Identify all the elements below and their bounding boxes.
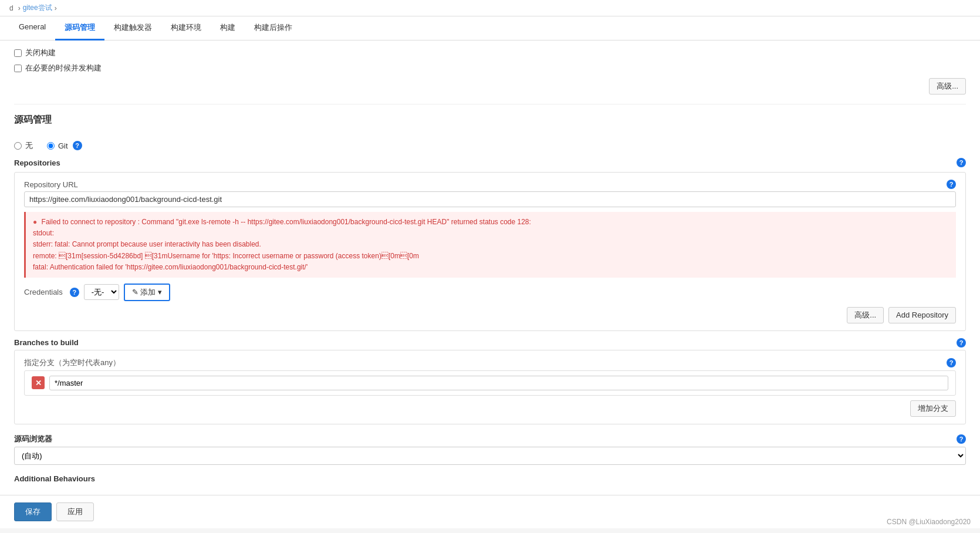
branch-label: 指定分支（为空时代表any） <box>24 357 120 368</box>
branch-field-label-row: 指定分支（为空时代表any） ? <box>24 357 956 368</box>
branches-section: Branches to build ? 指定分支（为空时代表any） ? ✕ 增… <box>14 338 966 424</box>
branch-input[interactable] <box>49 376 948 390</box>
add-credentials-label: ✎ 添加 ▾ <box>132 287 162 298</box>
repositories-label: Repositories <box>14 158 60 167</box>
breadcrumb-sep2: › <box>55 4 57 12</box>
repositories-header: Repositories ? <box>14 158 966 167</box>
advanced-repo-button[interactable]: 高级... <box>847 307 884 323</box>
radio-group-scm: 无 Git ? <box>14 140 966 151</box>
save-button[interactable]: 保存 <box>14 502 52 521</box>
repository-box: Repository URL ? ● Failed to connect to … <box>14 172 966 331</box>
repo-url-field-row: Repository URL ? <box>24 180 956 189</box>
apply-button[interactable]: 应用 <box>56 502 94 521</box>
tab-trigger[interactable]: 构建触发器 <box>104 16 161 41</box>
branch-help-icon[interactable]: ? <box>947 358 956 367</box>
repo-url-input[interactable] <box>24 191 956 207</box>
source-management-title: 源码管理 <box>14 114 966 131</box>
remove-branch-button[interactable]: ✕ <box>32 376 45 389</box>
branches-title: Branches to build <box>14 338 79 347</box>
source-browser-help-icon[interactable]: ? <box>957 434 966 444</box>
credentials-select[interactable]: -无- <box>84 284 119 300</box>
credentials-help-icon[interactable]: ? <box>70 288 79 297</box>
radio-none-input[interactable] <box>14 142 22 150</box>
error-line3: stderr: fatal: Cannot prompt because use… <box>33 240 261 248</box>
error-line4: remote: [31m[session-5d4286bd] [31mUse… <box>33 252 419 260</box>
tab-source[interactable]: 源码管理 <box>55 16 104 41</box>
repo-actions: 高级... Add Repository <box>24 307 956 323</box>
main-content: 关闭构建 在必要的时候并发构建 高级... 源码管理 无 Git ? Repos… <box>0 41 980 495</box>
credentials-label: Credentials <box>24 288 63 296</box>
advanced-button-top[interactable]: 高级... <box>929 78 966 95</box>
source-browser-select[interactable]: (自动) <box>14 447 966 465</box>
radio-git-label: Git <box>58 141 68 150</box>
tab-build[interactable]: 构建 <box>211 16 245 41</box>
checkbox-label-2: 在必要的时候并发构建 <box>25 63 102 73</box>
repositories-help-icon[interactable]: ? <box>957 158 966 167</box>
breadcrumb-item1[interactable]: gitee尝试 <box>23 3 52 13</box>
additional-behaviours-title: Additional Behaviours <box>14 474 966 483</box>
repo-url-label: Repository URL <box>24 180 78 189</box>
checkbox-row-1: 关闭构建 <box>14 48 966 58</box>
breadcrumb-sep1: › <box>18 4 21 12</box>
radio-git: Git ? <box>47 140 82 151</box>
tab-general[interactable]: General <box>9 16 55 41</box>
watermark: CSDN @LiuXiaodong2020 <box>887 518 971 526</box>
checkbox-row-2: 在必要的时候并发构建 <box>14 63 966 73</box>
checkbox-label-1: 关闭构建 <box>25 48 56 58</box>
branch-item: ✕ <box>24 370 956 396</box>
error-line5: fatal: Authentication failed for 'https:… <box>33 263 307 271</box>
add-branch-button[interactable]: 增加分支 <box>910 400 956 417</box>
branches-help-icon[interactable]: ? <box>957 338 966 348</box>
advanced-btn-row-top: 高级... <box>14 78 966 95</box>
tab-post[interactable]: 构建后操作 <box>245 16 302 41</box>
radio-none: 无 <box>14 140 33 151</box>
repo-url-help-icon[interactable]: ? <box>947 180 956 189</box>
error-block: ● Failed to connect to repository : Comm… <box>24 212 956 278</box>
tab-env[interactable]: 构建环境 <box>161 16 211 41</box>
tab-bar: General 源码管理 构建触发器 构建环境 构建 构建后操作 <box>0 16 980 41</box>
add-credentials-button[interactable]: ✎ 添加 ▾ <box>124 284 170 301</box>
branches-header: Branches to build ? <box>14 338 966 348</box>
source-browser-header: 源码浏览器 ? <box>14 434 966 444</box>
error-icon: ● <box>33 218 37 226</box>
error-line1: Failed to connect to repository : Comman… <box>42 218 531 226</box>
source-browser-section: 源码浏览器 ? (自动) <box>14 434 966 465</box>
error-line2: stdout: <box>33 229 54 237</box>
checkbox-close-build[interactable] <box>14 49 22 57</box>
radio-none-label: 无 <box>25 140 33 151</box>
git-help-icon[interactable]: ? <box>73 141 82 150</box>
branches-box: 指定分支（为空时代表any） ? ✕ 增加分支 <box>14 350 966 424</box>
breadcrumb: d › gitee尝试 › <box>0 0 980 16</box>
add-repository-button[interactable]: Add Repository <box>888 307 956 323</box>
breadcrumb-root: d <box>9 4 13 12</box>
source-browser-title: 源码浏览器 <box>14 434 52 444</box>
credentials-row: Credentials ? -无- ✎ 添加 ▾ <box>24 284 956 301</box>
checkbox-concurrent-build[interactable] <box>14 65 22 72</box>
bottom-bar: 保存 应用 <box>0 495 980 528</box>
radio-git-input[interactable] <box>47 142 55 150</box>
add-branch-row: 增加分支 <box>24 400 956 417</box>
